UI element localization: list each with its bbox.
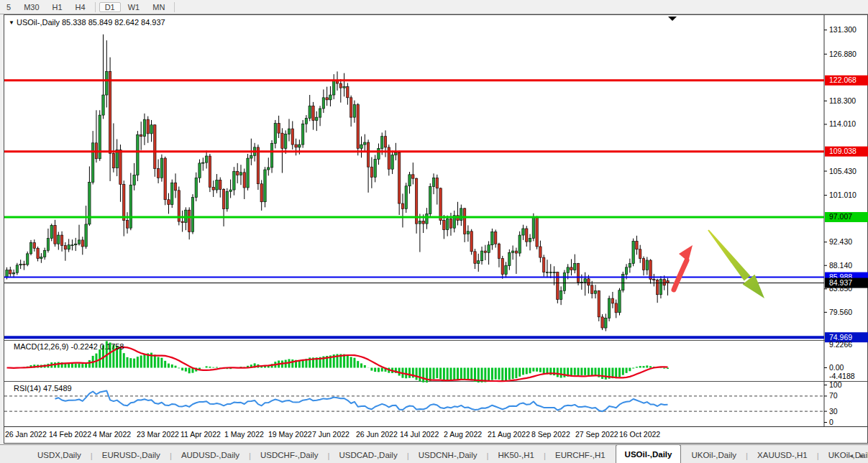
candle-bullish (19, 264, 22, 265)
candle-bearish (398, 152, 400, 203)
candle-bullish (391, 155, 393, 170)
candle-bullish (488, 245, 490, 253)
candle-bearish (439, 188, 442, 221)
candle-bullish (274, 123, 276, 143)
chart-tab-usdcad-daily[interactable]: USDCAD-,Daily (331, 446, 406, 463)
candle-bullish (319, 109, 321, 117)
date-axis-label: 27 Sep 2022 (575, 430, 618, 439)
chart-tab-audusd-daily[interactable]: AUDUSD-,Daily (173, 446, 248, 463)
candle-bullish (171, 183, 173, 204)
price-tick-label: 131.300 (829, 25, 856, 34)
chart-tab-eurchf-h1[interactable]: EURCHF-,H1 (547, 446, 614, 463)
candle-bearish (219, 180, 221, 189)
price-level-badge-label: 109.038 (829, 147, 856, 155)
tab-scroll-right-icon[interactable]: ▸ (860, 451, 864, 459)
candle-bullish (40, 257, 42, 258)
price-tick-label: 79.560 (829, 308, 852, 316)
candle-bullish (150, 125, 152, 134)
candle-bullish (191, 198, 193, 232)
timeframe-button-d1[interactable]: D1 (99, 2, 121, 12)
candle-bearish (570, 267, 572, 270)
timeframe-button-5[interactable]: 5 (1, 2, 17, 12)
candle-bearish (164, 158, 166, 200)
date-axis-label: 2 Aug 2022 (444, 430, 482, 439)
candle-bullish (309, 106, 311, 118)
candle-bullish (116, 150, 118, 168)
timeframe-button-h4[interactable]: H4 (70, 2, 91, 12)
candle-bearish (449, 219, 452, 228)
candle-bearish (498, 244, 500, 258)
chart-tab-eurusd-daily[interactable]: EURUSD-,Daily (93, 446, 169, 463)
price-level-badge-label: 84.937 (829, 278, 852, 287)
candle-bearish (23, 264, 25, 265)
candle-bearish (526, 229, 528, 242)
candle-bearish (653, 280, 655, 280)
candle-bearish (339, 83, 342, 88)
candle-bearish (222, 189, 224, 208)
candle-bearish (357, 105, 359, 149)
candle-bullish (6, 270, 8, 278)
candle-bullish (305, 119, 307, 124)
candle-bearish (370, 167, 373, 177)
candle-bullish (29, 243, 32, 254)
candle-bearish (463, 208, 465, 234)
chart-canvas[interactable]: 131.300126.880118.300114.010105.430101.0… (4, 14, 868, 444)
candle-bullish (216, 180, 218, 190)
chart-tab-hk50-h1[interactable]: HK50-,H1 (489, 446, 543, 463)
candle-bullish (381, 137, 383, 149)
candle-bullish (250, 155, 252, 158)
macd-scale-max-label: 9.2266 (829, 340, 852, 349)
chart-tab-usoil-daily[interactable]: USOil-,Daily (616, 444, 682, 463)
chart-window[interactable]: 131.300126.880118.300114.010105.430101.0… (4, 14, 868, 444)
candle-bearish (109, 71, 111, 153)
timeframe-button-mn[interactable]: MN (147, 2, 170, 12)
rsi-label: RSI(14) 47.5489 (14, 384, 72, 393)
chart-window-border (4, 15, 868, 444)
date-axis-label: 11 Apr 2022 (181, 430, 221, 439)
chart-title: USOil-,Daily 85.338 85.849 82.642 84.937 (17, 18, 165, 27)
candle-bullish (71, 245, 73, 246)
candle-bearish (474, 252, 476, 264)
candle-bullish (353, 105, 355, 117)
candle-bearish (484, 251, 486, 252)
chart-tab-usdx-daily[interactable]: USDX,Daily (29, 446, 90, 463)
candle-bullish (78, 240, 80, 244)
candle-bullish (50, 225, 52, 238)
candle-bearish (577, 264, 579, 283)
timeframe-buttons: 5M30H1H4D1W1MN (0, 2, 178, 12)
candle-bearish (243, 173, 245, 188)
chart-tab-xauusd-h1[interactable]: XAUUSD-,H1 (749, 446, 816, 463)
candle-bullish (360, 145, 362, 148)
price-tick-label: 92.430 (829, 237, 852, 246)
timeframe-toolbar: 5M30H1H4D1W1MN (0, 0, 868, 14)
chart-tab-usdchf-daily[interactable]: USDCHF-,Daily (252, 446, 327, 463)
candle-bullish (160, 158, 163, 178)
candle-bearish (37, 248, 39, 258)
date-axis-label: 14 Jul 2022 (400, 430, 439, 439)
price-tick-label: 105.430 (829, 167, 856, 175)
candle-bearish (295, 145, 297, 147)
candle-bearish (470, 232, 472, 252)
timeframe-button-h1[interactable]: H1 (47, 2, 68, 12)
candle-bullish (301, 124, 303, 145)
tab-scroll-left-icon[interactable]: ◂ (849, 451, 853, 459)
rsi-scale-label-70: 70 (829, 391, 838, 400)
timeframe-button-m30[interactable]: M30 (18, 2, 45, 12)
price-level-badge-label: 97.007 (829, 212, 852, 221)
chart-tab-ukoil-daily[interactable]: UKOil-,Daily (682, 446, 745, 463)
candle-bullish (198, 163, 201, 178)
candle-bearish (436, 178, 438, 188)
candle-bearish (60, 235, 63, 245)
candle-bullish (574, 264, 576, 270)
candle-bullish (429, 187, 431, 214)
candle-bullish (298, 145, 301, 147)
candle-bearish (598, 290, 600, 316)
candle-bearish (260, 184, 262, 202)
candle-bullish (285, 134, 287, 149)
date-axis-label: 7 Jun 2022 (312, 430, 350, 439)
candle-bullish (316, 117, 318, 121)
timeframe-button-w1[interactable]: W1 (122, 2, 146, 12)
chart-tab-usdcnh-daily[interactable]: USDCNH-,Daily (410, 446, 486, 463)
candle-bearish (140, 134, 142, 136)
candle-bullish (505, 266, 507, 275)
